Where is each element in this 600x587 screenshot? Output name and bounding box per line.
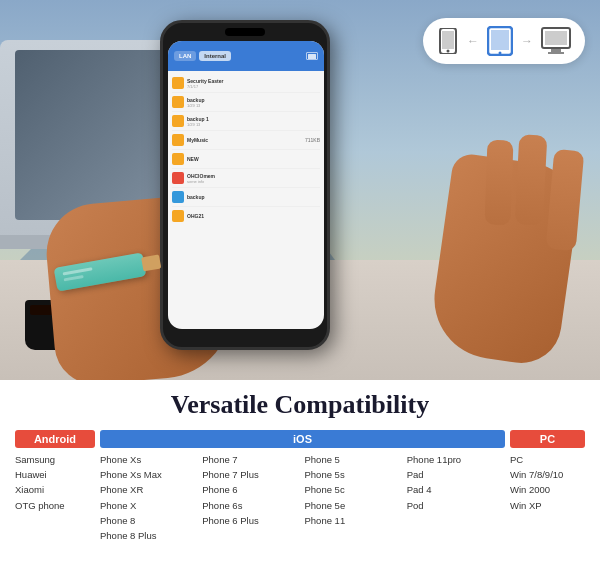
arrow-left-icon: ← — [467, 34, 479, 48]
ios-item: Phone 7 Plus — [202, 467, 300, 482]
file-item-7: backup — [172, 188, 320, 207]
file-item-8: OHG21 — [172, 207, 320, 225]
ios-item: Pod — [407, 498, 505, 513]
svg-rect-7 — [545, 31, 567, 45]
pc-items: PC Win 7/8/9/10 Win 2000 Win XP — [510, 452, 585, 513]
file-item-2: backup1/29 13 — [172, 93, 320, 112]
file-item-4: MyMusic 711KB — [172, 131, 320, 150]
finger-3 — [485, 140, 514, 226]
finger-1 — [546, 149, 585, 251]
file-item-3: backup 11/29 13 — [172, 112, 320, 131]
ios-columns: Phone Xs Phone Xs Max Phone XR Phone X P… — [100, 452, 505, 543]
ios-section: iOS Phone Xs Phone Xs Max Phone XR Phone… — [100, 430, 505, 543]
phone-body: LAN Internal Security Easter7/1/17 backu… — [160, 20, 330, 350]
compat-title: Versatile Compatibility — [15, 390, 585, 420]
tablet-icon-device — [487, 26, 513, 56]
ios-col-4: Phone 11pro Pad Pad 4 Pod — [407, 452, 505, 543]
ios-item: Phone Xs — [100, 452, 198, 467]
svg-point-2 — [447, 50, 450, 53]
svg-rect-8 — [551, 49, 561, 52]
device-transfer-icons: ← → — [423, 18, 585, 64]
tab-lan: LAN — [174, 51, 196, 61]
android-item-otg: OTG phone — [15, 498, 95, 513]
ios-item: Phone 7 — [202, 452, 300, 467]
android-header: Android — [15, 430, 95, 448]
ios-item: Phone 11 — [305, 513, 403, 528]
android-item-samsung: Samsung — [15, 452, 95, 467]
compatibility-section: Versatile Compatibility Android Samsung … — [0, 380, 600, 587]
ios-col-2: Phone 7 Phone 7 Plus Phone 6 Phone 6s Ph… — [202, 452, 300, 543]
ios-item: Phone 5e — [305, 498, 403, 513]
ios-item: Phone 8 — [100, 513, 198, 528]
svg-rect-4 — [491, 30, 509, 50]
pc-item-win2000: Win 2000 — [510, 482, 585, 497]
ios-item: Pad — [407, 467, 505, 482]
finger-2 — [515, 134, 548, 225]
ios-header: iOS — [100, 430, 505, 448]
tab-internal: Internal — [199, 51, 231, 61]
ios-col-3: Phone 5 Phone 5s Phone 5c Phone 5e Phone… — [305, 452, 403, 543]
arrow-right-icon: → — [521, 34, 533, 48]
ios-item: Pad 4 — [407, 482, 505, 497]
android-column: Android Samsung Huawei Xiaomi OTG phone — [15, 430, 95, 513]
monitor-icon-device — [541, 27, 571, 55]
ios-item: Phone 5c — [305, 482, 403, 497]
phone-screen: LAN Internal Security Easter7/1/17 backu… — [168, 41, 324, 329]
file-item-6: OHClOmemsome info — [172, 169, 320, 188]
ios-item: Phone 6 — [202, 482, 300, 497]
ios-item: Phone 5 — [305, 452, 403, 467]
pc-column: PC PC Win 7/8/9/10 Win 2000 Win XP — [510, 430, 585, 513]
android-item-huawei: Huawei — [15, 467, 95, 482]
pc-item-win7: Win 7/8/9/10 — [510, 467, 585, 482]
svg-rect-1 — [442, 31, 454, 49]
compat-grid: Android Samsung Huawei Xiaomi OTG phone … — [15, 430, 585, 543]
ios-item: Phone 8 Plus — [100, 528, 198, 543]
ios-item: Phone 6 Plus — [202, 513, 300, 528]
pc-item-winxp: Win XP — [510, 498, 585, 513]
pc-item-pc: PC — [510, 452, 585, 467]
android-items: Samsung Huawei Xiaomi OTG phone — [15, 452, 95, 513]
ios-item: Phone 11pro — [407, 452, 505, 467]
file-item-1: Security Easter7/1/17 — [172, 74, 320, 93]
ios-item: Phone XR — [100, 482, 198, 497]
hero-image-section: LAN Internal Security Easter7/1/17 backu… — [0, 0, 600, 380]
file-item-5: NEW — [172, 150, 320, 169]
android-item-xiaomi: Xiaomi — [15, 482, 95, 497]
phone-icon-device — [437, 28, 459, 54]
svg-rect-9 — [548, 52, 564, 54]
ios-item: Phone 6s — [202, 498, 300, 513]
ios-item: Phone 5s — [305, 467, 403, 482]
pc-header: PC — [510, 430, 585, 448]
ios-col-1: Phone Xs Phone Xs Max Phone XR Phone X P… — [100, 452, 198, 543]
ios-item: Phone Xs Max — [100, 467, 198, 482]
svg-point-5 — [499, 52, 502, 55]
ios-item: Phone X — [100, 498, 198, 513]
